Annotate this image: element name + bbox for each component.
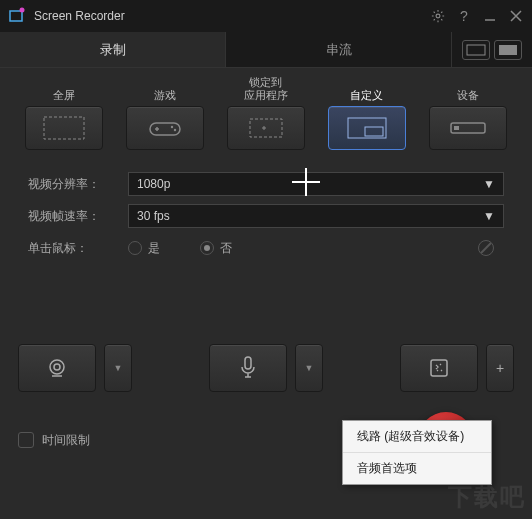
radio-no[interactable]: 否 <box>200 240 232 257</box>
aspect-wide-icon[interactable] <box>462 40 490 60</box>
mic-button[interactable] <box>209 344 287 392</box>
svg-point-1 <box>20 8 25 13</box>
svg-rect-11 <box>348 118 386 138</box>
svg-point-9 <box>174 129 176 131</box>
fps-value: 30 fps <box>137 209 170 223</box>
tab-stream[interactable]: 串流 <box>226 32 452 67</box>
watermark: 下载吧 <box>448 481 526 513</box>
chevron-down-icon: ▼ <box>483 177 495 191</box>
mode-device-button[interactable] <box>429 106 507 150</box>
chevron-down-icon: ▼ <box>114 363 123 373</box>
radio-yes[interactable]: 是 <box>128 240 160 257</box>
svg-rect-6 <box>44 117 84 139</box>
menu-item-audio-prefs[interactable]: 音频首选项 <box>343 453 491 484</box>
tab-record[interactable]: 录制 <box>0 32 226 67</box>
svg-rect-12 <box>365 127 383 136</box>
mode-custom-button[interactable] <box>328 106 406 150</box>
svg-rect-14 <box>454 126 459 130</box>
mode-fullscreen-button[interactable] <box>25 106 103 150</box>
chevron-down-icon: ▼ <box>483 209 495 223</box>
mode-custom-label: 自定义 <box>350 74 383 102</box>
settings-gear-icon[interactable] <box>430 8 446 24</box>
mode-game-button[interactable] <box>126 106 204 150</box>
aspect-wide-fill-icon[interactable] <box>494 40 522 60</box>
svg-rect-4 <box>467 45 485 55</box>
plus-icon: + <box>496 360 504 376</box>
mode-device-label: 设备 <box>457 74 479 102</box>
help-icon[interactable]: ? <box>456 8 472 24</box>
prohibit-icon[interactable] <box>478 240 494 256</box>
radio-yes-label: 是 <box>148 240 160 257</box>
app-logo-icon <box>8 7 26 25</box>
timelimit-label: 时间限制 <box>42 432 90 449</box>
menu-item-audio-device[interactable]: 线路 (超级音效设备) <box>343 421 491 453</box>
radio-no-label: 否 <box>220 240 232 257</box>
overlay-button[interactable] <box>400 344 478 392</box>
fps-label: 视频帧速率： <box>28 208 118 225</box>
webcam-dropdown[interactable]: ▼ <box>104 344 132 392</box>
svg-point-15 <box>50 360 64 374</box>
timelimit-checkbox[interactable] <box>18 432 34 448</box>
click-label: 单击鼠标： <box>28 240 118 257</box>
svg-point-8 <box>171 126 173 128</box>
svg-rect-0 <box>10 11 22 21</box>
minimize-icon[interactable] <box>482 8 498 24</box>
radio-icon <box>200 241 214 255</box>
audio-context-menu: 线路 (超级音效设备) 音频首选项 <box>342 420 492 485</box>
mode-fullscreen-label: 全屏 <box>53 74 75 102</box>
close-icon[interactable] <box>508 8 524 24</box>
resolution-label: 视频分辨率： <box>28 176 118 193</box>
svg-rect-5 <box>499 45 517 55</box>
mode-game-label: 游戏 <box>154 74 176 102</box>
overlay-add[interactable]: + <box>486 344 514 392</box>
svg-point-2 <box>436 14 440 18</box>
mode-lockapp-label: 锁定到 应用程序 <box>244 74 288 102</box>
resolution-dropdown[interactable]: 1080p ▼ <box>128 172 504 196</box>
chevron-down-icon: ▼ <box>305 363 314 373</box>
svg-rect-18 <box>431 360 447 376</box>
radio-icon <box>128 241 142 255</box>
fps-dropdown[interactable]: 30 fps ▼ <box>128 204 504 228</box>
svg-point-16 <box>54 364 60 370</box>
webcam-button[interactable] <box>18 344 96 392</box>
mic-dropdown[interactable]: ▼ <box>295 344 323 392</box>
mode-lockapp-button[interactable] <box>227 106 305 150</box>
app-title: Screen Recorder <box>34 9 430 23</box>
svg-rect-17 <box>245 357 251 369</box>
resolution-value: 1080p <box>137 177 170 191</box>
